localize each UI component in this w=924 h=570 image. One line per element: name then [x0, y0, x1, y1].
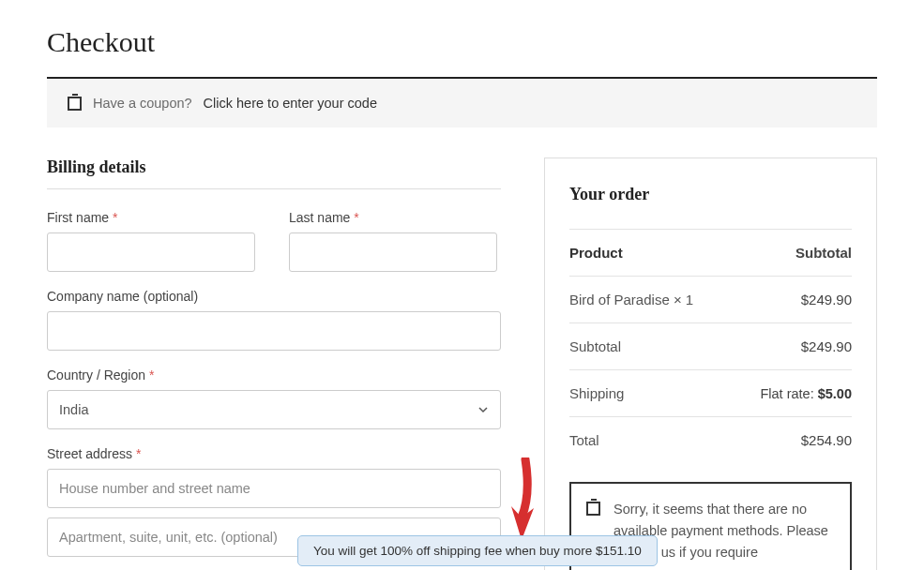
street-address-1-input[interactable] [47, 469, 501, 508]
total-value: $254.90 [801, 432, 852, 448]
page-title: Checkout [47, 26, 877, 58]
required-marker: * [149, 368, 154, 382]
calendar-icon [68, 97, 82, 111]
billing-divider [47, 188, 501, 189]
country-select[interactable]: India [47, 390, 501, 429]
order-item-name: Bird of Paradise × 1 [569, 292, 693, 308]
order-shipping-row: Shipping Flat rate: $5.00 [569, 370, 852, 417]
calendar-icon [586, 502, 600, 516]
required-marker: * [136, 446, 141, 461]
billing-heading: Billing details [47, 158, 501, 177]
subtotal-value: $249.90 [801, 338, 852, 354]
first-name-label: First name * [47, 210, 255, 225]
order-box: Your order Product Subtotal Bird of Para… [544, 158, 877, 570]
order-header-row: Product Subtotal [569, 229, 852, 277]
order-subtotal-row: Subtotal $249.90 [569, 323, 852, 370]
order-item-row: Bird of Paradise × 1 $249.90 [569, 277, 852, 323]
last-name-input[interactable] [289, 232, 497, 272]
shipping-offer-tooltip: You will get 100% off shipping fee when … [297, 535, 658, 566]
order-heading: Your order [569, 185, 852, 204]
coupon-bar: Have a coupon? Click here to enter your … [47, 79, 877, 128]
required-marker: * [113, 210, 117, 225]
billing-column: Billing details First name * Last name *… [47, 158, 501, 570]
order-total-row: Total $254.90 [569, 417, 852, 471]
first-name-input[interactable] [47, 232, 255, 272]
chevron-down-icon [477, 404, 489, 415]
shipping-value: Flat rate: $5.00 [760, 386, 852, 401]
company-label: Company name (optional) [47, 289, 501, 304]
last-name-label: Last name * [289, 210, 497, 225]
shipping-label: Shipping [569, 385, 624, 401]
required-marker: * [354, 210, 358, 225]
subtotal-label: Subtotal [569, 338, 621, 354]
street-label: Street address * [47, 446, 501, 461]
subtotal-col-header: Subtotal [795, 245, 852, 261]
coupon-link[interactable]: Click here to enter your code [204, 96, 377, 111]
country-label: Country / Region * [47, 368, 501, 382]
country-value: India [59, 402, 88, 417]
order-item-price: $249.90 [801, 292, 852, 308]
coupon-prompt: Have a coupon? [93, 96, 192, 111]
total-label: Total [569, 432, 599, 448]
product-col-header: Product [569, 245, 623, 261]
company-input[interactable] [47, 311, 501, 351]
